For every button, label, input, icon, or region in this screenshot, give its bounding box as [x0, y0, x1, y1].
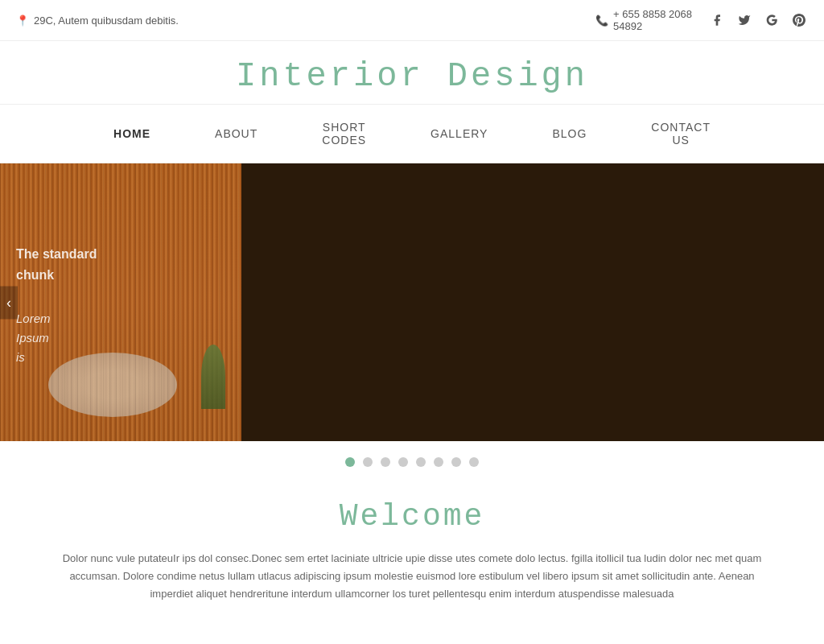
dot-3[interactable] [381, 457, 390, 467]
phone-section: + 655 8858 2068 54892 [595, 8, 692, 32]
address-text: 29C, Autem quibusdam debitis. [34, 14, 179, 27]
address-section: 29C, Autem quibusdam debitis. [16, 14, 179, 27]
welcome-body: Dolor nunc vule putateuIr ips dol consec… [50, 550, 774, 603]
dot-8[interactable] [469, 457, 479, 467]
hero-slider: The standard chunk Lorem Ipsum is ‹ [0, 163, 824, 441]
logo-section: Interior Design [0, 41, 824, 104]
googleplus-icon[interactable] [763, 11, 781, 29]
phone-number: + 655 8858 2068 54892 [613, 8, 692, 32]
site-logo[interactable]: Interior Design [0, 57, 824, 96]
top-bar-right: + 655 8858 2068 54892 [595, 8, 808, 32]
welcome-section: Welcome Dolor nunc vule putateuIr ips do… [0, 483, 824, 619]
dot-4[interactable] [398, 457, 408, 467]
dot-2[interactable] [363, 457, 373, 467]
slider-prev[interactable]: ‹ [0, 286, 18, 319]
plant-shape [201, 345, 225, 409]
nav-gallery[interactable]: Gallery [422, 123, 496, 144]
dot-1[interactable] [345, 457, 355, 467]
dot-7[interactable] [451, 457, 461, 467]
top-bar: 29C, Autem quibusdam debitis. + 655 8858… [0, 0, 824, 41]
nav-about[interactable]: About [207, 123, 266, 144]
slider-body: Lorem Ipsum is [16, 309, 113, 367]
main-nav: Home About ShortCodes Gallery Blog Conta… [0, 104, 824, 163]
dot-6[interactable] [434, 457, 443, 467]
phone-icon [595, 14, 608, 27]
dot-5[interactable] [416, 457, 426, 467]
slider-text: The standard chunk Lorem Ipsum is [16, 244, 113, 367]
welcome-title: Welcome [32, 499, 792, 534]
social-icons [708, 11, 808, 29]
pinterest-icon[interactable] [790, 11, 808, 29]
twitter-icon[interactable] [735, 11, 753, 29]
slider-image: The standard chunk Lorem Ipsum is [0, 163, 241, 441]
nav-home[interactable]: Home [105, 123, 159, 144]
location-icon [16, 14, 29, 27]
facebook-icon[interactable] [708, 11, 726, 29]
nav-short-codes[interactable]: ShortCodes [314, 117, 374, 151]
nav-blog[interactable]: Blog [544, 123, 595, 144]
slider-heading: The standard chunk [16, 244, 113, 285]
nav-contact[interactable]: ContactUs [643, 117, 719, 151]
slider-dots [0, 441, 824, 483]
